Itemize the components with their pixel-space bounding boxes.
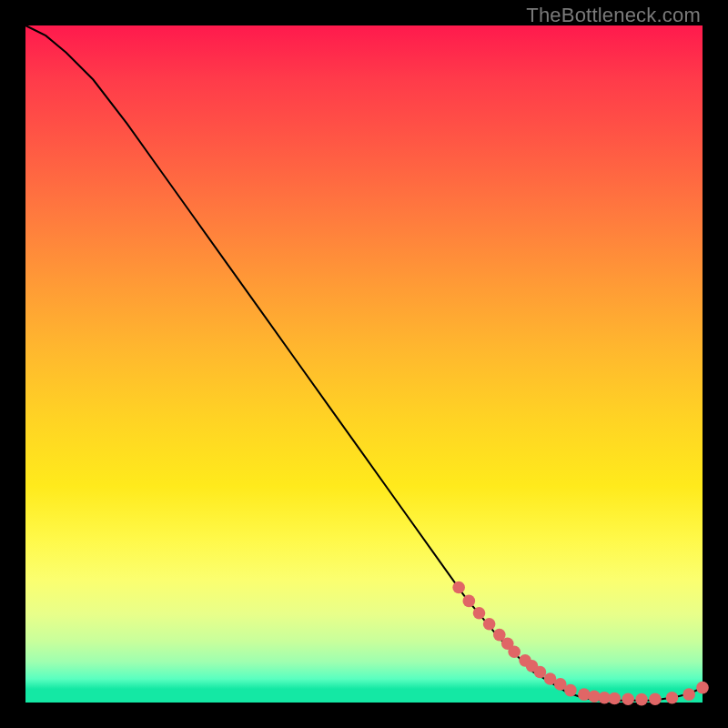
data-point bbox=[696, 682, 709, 694]
data-point bbox=[508, 645, 521, 658]
data-point bbox=[452, 581, 465, 594]
data-point bbox=[622, 693, 634, 705]
data-point bbox=[564, 684, 577, 697]
watermark-text: TheBottleneck.com bbox=[526, 4, 701, 27]
data-point bbox=[635, 693, 648, 706]
data-point bbox=[666, 692, 679, 704]
data-point bbox=[682, 688, 695, 701]
data-point bbox=[473, 607, 486, 620]
data-point bbox=[463, 595, 476, 608]
plot-overlay bbox=[25, 25, 703, 703]
bottleneck-curve bbox=[25, 25, 703, 701]
data-point bbox=[534, 666, 547, 679]
data-point bbox=[608, 693, 621, 705]
data-points-group bbox=[452, 581, 708, 706]
data-point bbox=[649, 693, 662, 705]
data-point bbox=[483, 618, 496, 631]
